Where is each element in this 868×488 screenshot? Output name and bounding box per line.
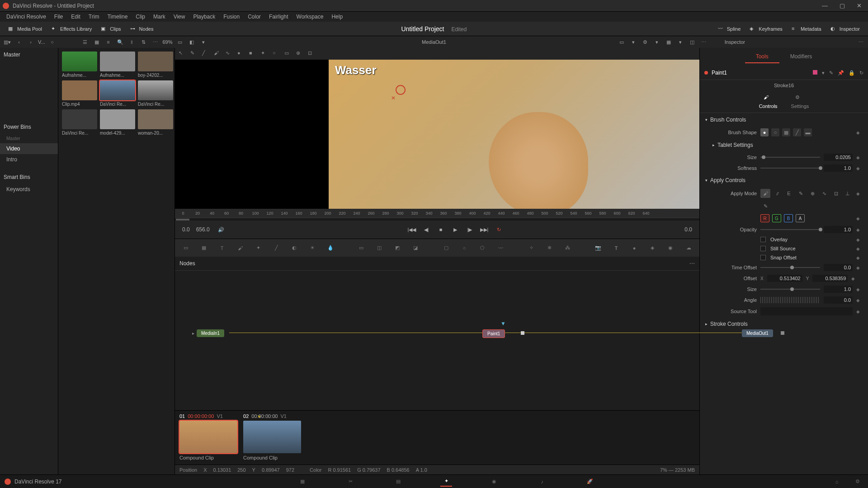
brush-tool-icon[interactable]: 🖌 <box>214 50 221 57</box>
tab-modifiers[interactable]: Modifiers <box>779 51 823 63</box>
view-thumb-icon[interactable]: ▦ <box>92 38 101 47</box>
overlay-checkbox[interactable] <box>760 237 766 242</box>
keyframes-toggle[interactable]: ◈ Keyframes <box>745 24 787 34</box>
menu-workspace[interactable]: Workspace <box>293 13 327 21</box>
bin-master[interactable]: Master <box>0 134 58 143</box>
zoom-pct[interactable]: 69% <box>163 39 173 45</box>
media-thumb[interactable]: model-429... <box>100 109 135 136</box>
brightness-icon[interactable]: ☀ <box>307 243 318 253</box>
menu-file[interactable]: File <box>51 13 66 21</box>
grid-icon[interactable]: ▦ <box>664 38 673 47</box>
mode-wire-icon[interactable]: ⊥ <box>843 189 853 198</box>
viewer-frame[interactable]: Wasser ✕ <box>329 60 699 209</box>
media-thumb[interactable]: DaVinci Re... <box>62 109 97 136</box>
step-back-button[interactable]: ◀| <box>421 225 431 235</box>
circle-tool-icon[interactable]: ○ <box>273 50 280 57</box>
shape3d-icon[interactable]: ● <box>629 243 640 253</box>
keyframe-diamond[interactable]: ◆ <box>856 166 861 171</box>
color-swatch-icon[interactable] <box>813 70 817 75</box>
keyframe-diamond[interactable]: ◆ <box>856 216 861 221</box>
channel-a-button[interactable]: A <box>796 214 805 222</box>
layout-icon[interactable]: ◧ <box>187 38 196 47</box>
lock-icon[interactable]: 🔒 <box>849 70 855 76</box>
merge-icon[interactable]: ▭ <box>356 243 367 253</box>
render3d-icon[interactable]: ◉ <box>665 243 676 253</box>
page-cut[interactable]: ✂ <box>344 477 356 487</box>
media-thumb[interactable]: Aufnahme... <box>62 52 97 78</box>
media-thumb[interactable]: DaVinci Re... <box>138 80 173 107</box>
more-icon[interactable]: ⋯ <box>699 38 708 47</box>
chevron-down-icon[interactable]: ▾ <box>629 38 638 47</box>
menu-fairlight[interactable]: Fairlight <box>265 13 292 21</box>
rect-mask-icon[interactable]: ▢ <box>441 243 452 253</box>
offset-y-value[interactable]: 0.538359 <box>812 275 848 282</box>
time-ruler[interactable]: 0204060801001201401601802002202402602803… <box>175 209 699 218</box>
nav-back[interactable]: ‹ <box>14 38 24 47</box>
stamp-tool-icon[interactable]: ⊡ <box>308 50 315 57</box>
search-icon[interactable]: 🔍 <box>116 38 125 47</box>
last-frame-button[interactable]: ▶▶| <box>479 225 489 235</box>
timeoffset-slider[interactable] <box>760 267 820 268</box>
mode-extra-icon[interactable]: ✎ <box>760 202 770 211</box>
page-edit[interactable]: ▤ <box>392 477 404 487</box>
page-media[interactable]: ▦ <box>297 477 308 487</box>
softness-value[interactable]: 1.0 <box>824 164 853 172</box>
subtab-controls[interactable]: 🖌 Controls <box>759 94 778 109</box>
clip-item[interactable]: 01 00:00:00:00 V1 Compound Clip <box>179 413 237 460</box>
menu-clip[interactable]: Clip <box>132 13 149 21</box>
polygon-mask-icon[interactable]: ⬠ <box>477 243 488 253</box>
menu-trim[interactable]: Trim <box>85 13 103 21</box>
section-brush-controls[interactable]: ▾Brush Controls <box>703 113 864 127</box>
menu-timeline[interactable]: Timeline <box>104 13 131 21</box>
wand-tool-icon[interactable]: ✦ <box>261 50 268 57</box>
section-tablet-settings[interactable]: ▸Tablet Settings <box>703 138 864 152</box>
keyframe-diamond[interactable]: ◆ <box>856 265 861 270</box>
tab-tools[interactable]: Tools <box>745 51 779 63</box>
keyframe-diamond[interactable]: ◆ <box>856 155 861 160</box>
channel-g-button[interactable]: G <box>772 214 781 222</box>
project-settings-button[interactable]: ⚙ <box>852 477 863 487</box>
size2-value[interactable]: 1.0 <box>824 286 853 293</box>
angle-value[interactable]: 0.0 <box>824 296 853 304</box>
brush-soft-icon[interactable]: ● <box>760 128 769 136</box>
mask-icon[interactable]: ╱ <box>271 243 282 253</box>
tracker-icon[interactable]: ✦ <box>253 243 264 253</box>
node-mediaout[interactable]: MediaOut1 <box>742 329 773 337</box>
media-thumb[interactable]: DaVinci Re... <box>100 80 135 107</box>
sourcetool-field[interactable] <box>760 307 853 315</box>
channel-r-button[interactable]: R <box>760 214 769 222</box>
node-port-icon[interactable] <box>521 331 524 335</box>
metadata-toggle[interactable]: ≡ Metadata <box>787 24 826 34</box>
bspline-mask-icon[interactable]: 〰 <box>495 243 506 253</box>
page-fusion[interactable]: ✦ <box>440 477 452 487</box>
pen-tool-icon[interactable]: ✎ <box>190 50 198 57</box>
version-icon[interactable]: ✎ <box>829 70 833 76</box>
section-stroke-controls[interactable]: ▸Stroke Controls <box>703 317 864 331</box>
prender-icon[interactable]: ⁂ <box>562 243 573 253</box>
keyframe-diamond[interactable]: ◆ <box>856 191 861 196</box>
mode-erase-icon[interactable]: ✎ <box>796 189 806 198</box>
close-button[interactable]: ✕ <box>857 2 862 9</box>
clips-toggle[interactable]: ▣ Clips <box>96 24 125 34</box>
page-fairlight[interactable]: ♪ <box>536 477 548 487</box>
colorcorrect-icon[interactable]: 💧 <box>325 243 336 253</box>
brush-line-icon[interactable]: ╱ <box>793 128 801 136</box>
channel-b-button[interactable]: B <box>784 214 793 222</box>
transform-icon[interactable]: ◫ <box>374 243 385 253</box>
node-mediain[interactable]: MediaIn1 <box>197 329 224 337</box>
filter-icon[interactable]: ⫴ <box>127 38 137 47</box>
loop-button[interactable]: ↻ <box>494 225 504 235</box>
rect-icon[interactable]: ▭ <box>617 38 626 47</box>
subtab-settings[interactable]: ⚙ Settings <box>791 94 809 109</box>
menu-edit[interactable]: Edit <box>67 13 84 21</box>
mode-clone-icon[interactable]: ⫽ <box>772 189 782 198</box>
chevron-down-icon[interactable]: ▾ <box>199 38 208 47</box>
keyframe-diamond[interactable]: ◆ <box>856 298 861 303</box>
keyframe-diamond[interactable]: ◆ <box>856 130 861 135</box>
softness-slider[interactable] <box>760 168 820 169</box>
menu-mark[interactable]: Mark <box>150 13 169 21</box>
paint-icon[interactable]: 🖌 <box>235 243 245 253</box>
resize-icon[interactable]: ◩ <box>392 243 403 253</box>
page-deliver[interactable]: 🚀 <box>584 477 596 487</box>
more-icon[interactable]: ⋯ <box>689 260 695 267</box>
